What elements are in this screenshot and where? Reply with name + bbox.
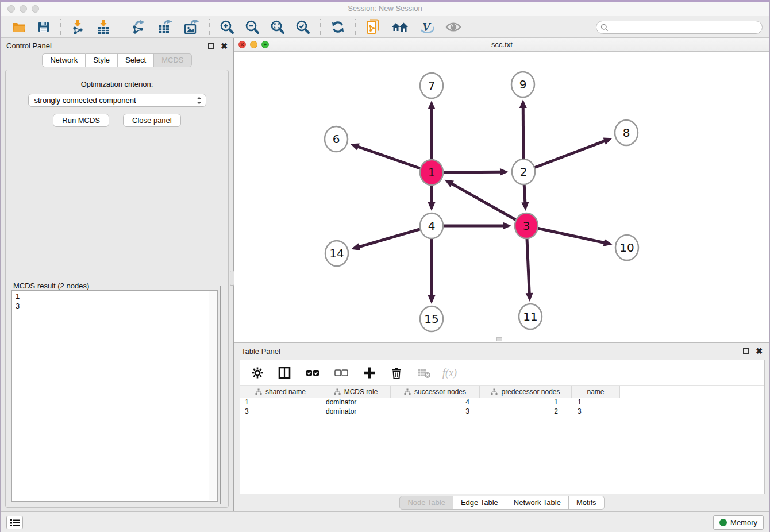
float-panel-icon[interactable] bbox=[743, 348, 749, 354]
column-label: MCDS role bbox=[344, 388, 378, 396]
column-header-mcds-role[interactable]: MCDS role bbox=[321, 386, 391, 398]
graph-node-8[interactable]: 8 bbox=[615, 120, 638, 145]
edge-arrowhead bbox=[603, 239, 613, 246]
tab-mcds[interactable]: MCDS bbox=[154, 53, 191, 67]
refresh-network-button[interactable] bbox=[328, 18, 348, 36]
tab-select[interactable]: Select bbox=[118, 53, 154, 67]
network-graph[interactable]: 7968124314101511 bbox=[234, 52, 770, 342]
window-title: Session: New Session bbox=[1, 4, 769, 13]
task-history-button[interactable] bbox=[6, 516, 23, 529]
table-cell[interactable]: 3 bbox=[572, 407, 620, 417]
open-session-button[interactable] bbox=[9, 18, 29, 36]
graph-node-3[interactable]: 3 bbox=[515, 213, 538, 238]
node-label: 10 bbox=[619, 241, 634, 255]
add-column-button[interactable] bbox=[361, 364, 378, 382]
tab-network[interactable]: Network bbox=[42, 53, 86, 67]
search-input[interactable] bbox=[609, 22, 762, 33]
home-button[interactable] bbox=[389, 18, 411, 36]
table-cell[interactable]: 1 bbox=[480, 398, 572, 407]
show-columns-button[interactable] bbox=[276, 364, 293, 382]
table-cell[interactable]: 3 bbox=[391, 407, 480, 417]
graph-node-14[interactable]: 14 bbox=[325, 241, 348, 266]
network-zoom-button[interactable]: + bbox=[261, 41, 269, 48]
zoom-selected-button[interactable] bbox=[293, 18, 313, 36]
table-row[interactable]: 3dominator323 bbox=[240, 407, 764, 417]
open-folder-icon bbox=[11, 20, 26, 34]
duplicate-network-button[interactable] bbox=[363, 18, 383, 36]
graph-node-10[interactable]: 10 bbox=[615, 235, 638, 260]
column-header-predecessor-nodes[interactable]: predecessor nodes bbox=[480, 386, 572, 398]
edge-arrowhead bbox=[503, 222, 511, 230]
hierarchy-icon bbox=[255, 388, 262, 395]
export-table-button[interactable] bbox=[155, 18, 175, 36]
function-builder-icon[interactable]: f(x) bbox=[442, 367, 457, 379]
graph-node-9[interactable]: 9 bbox=[511, 72, 534, 97]
network-window: ✕ – + scc.txt 7968124314101511 bbox=[234, 38, 769, 342]
graph-node-1[interactable]: 1 bbox=[420, 160, 443, 185]
mcds-result-box[interactable]: 13 bbox=[11, 290, 218, 502]
import-table-button[interactable] bbox=[94, 18, 113, 36]
table-cell[interactable]: 1 bbox=[572, 398, 620, 407]
float-panel-icon[interactable] bbox=[208, 43, 214, 49]
node-label: 2 bbox=[520, 165, 528, 179]
network-canvas[interactable]: 7968124314101511 bbox=[234, 52, 769, 342]
export-network-button[interactable] bbox=[129, 18, 149, 36]
deselect-all-button[interactable] bbox=[332, 364, 351, 382]
save-session-button[interactable] bbox=[34, 18, 53, 36]
node-table: f(x) shared nameMCDS rolesuccessor nodes… bbox=[240, 360, 765, 494]
graph-node-2[interactable]: 2 bbox=[512, 159, 535, 184]
close-panel-icon[interactable]: ✖ bbox=[221, 43, 228, 49]
column-header-name[interactable]: name bbox=[572, 386, 620, 398]
splitter-grip[interactable] bbox=[496, 337, 502, 341]
refresh-icon bbox=[330, 20, 345, 34]
table-row[interactable]: 1dominator411 bbox=[240, 398, 764, 407]
tab-network-table[interactable]: Network Table bbox=[506, 496, 569, 510]
run-mcds-button[interactable]: Run MCDS bbox=[53, 114, 109, 127]
splitter-grip[interactable] bbox=[230, 271, 234, 286]
graph-edge-2-8[interactable] bbox=[523, 141, 606, 172]
vizmapper-button[interactable]: V bbox=[417, 18, 437, 36]
graph-edge-3-1[interactable] bbox=[451, 183, 526, 226]
table-cell[interactable]: 3 bbox=[240, 407, 321, 417]
zoom-in-button[interactable] bbox=[217, 18, 237, 36]
show-graphics-button[interactable] bbox=[443, 18, 464, 36]
table-cell[interactable]: 1 bbox=[240, 398, 321, 407]
memory-button[interactable]: Memory bbox=[713, 515, 764, 530]
node-label: 14 bbox=[329, 246, 344, 260]
tab-style[interactable]: Style bbox=[86, 53, 118, 67]
export-image-button[interactable] bbox=[181, 18, 202, 36]
column-header-successor-nodes[interactable]: successor nodes bbox=[391, 386, 480, 398]
delete-column-button[interactable] bbox=[388, 364, 405, 382]
select-all-button[interactable] bbox=[303, 364, 322, 382]
network-close-button[interactable]: ✕ bbox=[238, 41, 246, 48]
table-cell[interactable]: 2 bbox=[480, 407, 572, 417]
graph-node-4[interactable]: 4 bbox=[420, 213, 443, 238]
table-cell[interactable]: dominator bbox=[321, 407, 391, 417]
network-minimize-button[interactable]: – bbox=[250, 41, 257, 48]
edge-arrowhead bbox=[500, 168, 509, 176]
result-scrollbar[interactable] bbox=[209, 291, 217, 500]
node-label: 6 bbox=[333, 132, 340, 146]
main-toolbar: V bbox=[1, 17, 769, 38]
import-network-button[interactable] bbox=[68, 18, 88, 36]
zoom-out-button[interactable] bbox=[242, 18, 262, 36]
close-panel-button[interactable]: Close panel bbox=[123, 114, 181, 127]
table-cell[interactable]: dominator bbox=[321, 398, 391, 407]
edge-arrowhead bbox=[428, 101, 436, 109]
edge-arrowhead bbox=[521, 202, 529, 211]
zoom-fit-button[interactable] bbox=[268, 18, 287, 36]
graph-node-7[interactable]: 7 bbox=[420, 73, 443, 98]
column-header-shared-name[interactable]: shared name bbox=[240, 386, 321, 398]
tab-node-table[interactable]: Node Table bbox=[399, 496, 453, 510]
table-cell[interactable]: 4 bbox=[391, 398, 480, 407]
optimization-select[interactable]: strongly connected component bbox=[28, 94, 206, 107]
graph-node-15[interactable]: 15 bbox=[420, 306, 443, 331]
tab-motifs[interactable]: Motifs bbox=[569, 496, 605, 510]
graph-node-6[interactable]: 6 bbox=[325, 126, 348, 152]
graph-node-11[interactable]: 11 bbox=[519, 304, 542, 329]
zoom-fit-icon bbox=[270, 20, 285, 34]
table-settings-button[interactable] bbox=[249, 364, 265, 382]
close-panel-icon[interactable]: ✖ bbox=[756, 348, 763, 354]
delete-table-button[interactable] bbox=[415, 364, 433, 382]
tab-edge-table[interactable]: Edge Table bbox=[453, 496, 506, 510]
